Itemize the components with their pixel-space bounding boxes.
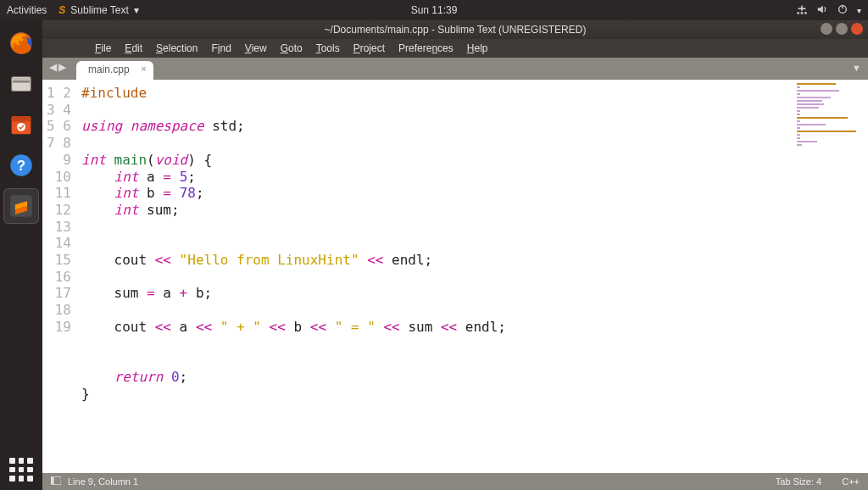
svg-rect-12 xyxy=(12,116,31,121)
dock: ? xyxy=(0,20,42,490)
menu-file[interactable]: File xyxy=(90,41,116,56)
svg-point-0 xyxy=(797,11,799,14)
menubar: File Edit Selection Find View Goto Tools… xyxy=(42,39,868,58)
window-maximize-button[interactable] xyxy=(836,23,848,35)
dock-apps-button[interactable] xyxy=(0,458,42,482)
menu-help[interactable]: Help xyxy=(462,41,493,56)
menu-preferences[interactable]: Preferences xyxy=(393,41,459,56)
dock-software[interactable] xyxy=(3,107,39,142)
dock-firefox[interactable] xyxy=(3,25,39,61)
chevron-down-icon: ▾ xyxy=(857,6,861,15)
tab-nav-forward[interactable]: ▶ xyxy=(58,61,66,73)
svg-text:?: ? xyxy=(17,158,25,174)
svg-rect-4 xyxy=(798,8,806,9)
clock[interactable]: Sun 11:39 xyxy=(411,4,458,16)
dock-files[interactable] xyxy=(3,66,39,102)
status-bar: Line 9, Column 1 Tab Size: 4 C++ xyxy=(42,473,868,490)
menu-view[interactable]: View xyxy=(240,41,272,56)
menu-find[interactable]: Find xyxy=(206,41,236,56)
svg-point-1 xyxy=(801,11,804,14)
svg-point-13 xyxy=(17,123,25,131)
window-titlebar[interactable]: ~/Documents/main.cpp - Sublime Text (UNR… xyxy=(42,20,868,39)
svg-point-2 xyxy=(804,11,807,14)
dock-help[interactable]: ? xyxy=(3,148,39,183)
menu-selection[interactable]: Selection xyxy=(151,41,203,56)
svg-rect-18 xyxy=(51,477,54,485)
window-close-button[interactable] xyxy=(851,23,863,35)
syntax-lang[interactable]: C++ xyxy=(842,476,860,487)
svg-rect-10 xyxy=(13,78,30,80)
volume-icon[interactable] xyxy=(816,3,828,18)
sidebar-toggle-icon[interactable] xyxy=(51,476,61,487)
apps-grid-icon xyxy=(9,458,33,482)
window-minimize-button[interactable] xyxy=(821,23,832,35)
top-panel: Activities S Sublime Text ▾ Sun 11:39 ▾ xyxy=(0,0,868,20)
code-content[interactable]: #include using namespace std; int main(v… xyxy=(76,80,506,473)
cursor-position[interactable]: Line 9, Column 1 xyxy=(68,476,138,487)
power-icon[interactable] xyxy=(837,3,849,18)
tab-size[interactable]: Tab Size: 4 xyxy=(776,476,821,487)
dock-sublime[interactable] xyxy=(3,188,39,224)
gutter: 1 2 3 4 5 6 7 8 9 10 11 12 13 14 15 16 1… xyxy=(42,80,76,473)
minimap[interactable] xyxy=(792,80,868,473)
menu-edit[interactable]: Edit xyxy=(120,41,147,56)
menu-tools[interactable]: Tools xyxy=(311,41,345,56)
menu-goto[interactable]: Goto xyxy=(275,41,308,56)
menu-project[interactable]: Project xyxy=(348,41,390,56)
tab-bar: ◀ ▶ main.cpp × ▼ xyxy=(42,58,868,80)
app-window: ~/Documents/main.cpp - Sublime Text (UNR… xyxy=(42,20,868,490)
tab-nav-back[interactable]: ◀ xyxy=(49,61,57,73)
activities-button[interactable]: Activities xyxy=(7,4,47,16)
editor-area[interactable]: 1 2 3 4 5 6 7 8 9 10 11 12 13 14 15 16 1… xyxy=(42,80,868,473)
app-indicator-label: Sublime Text xyxy=(70,4,128,16)
tab-main-cpp[interactable]: main.cpp × xyxy=(76,61,153,80)
tab-overflow-icon[interactable]: ▼ xyxy=(852,63,861,73)
window-title: ~/Documents/main.cpp - Sublime Text (UNR… xyxy=(325,24,587,36)
tab-close-icon[interactable]: × xyxy=(141,64,146,74)
chevron-down-icon: ▾ xyxy=(134,4,139,16)
network-icon[interactable] xyxy=(796,3,808,18)
svg-rect-9 xyxy=(13,81,30,83)
sublime-text-icon: S xyxy=(58,4,65,16)
svg-rect-6 xyxy=(842,4,843,8)
tab-label: main.cpp xyxy=(88,64,130,75)
app-indicator[interactable]: S Sublime Text ▾ xyxy=(58,4,139,16)
